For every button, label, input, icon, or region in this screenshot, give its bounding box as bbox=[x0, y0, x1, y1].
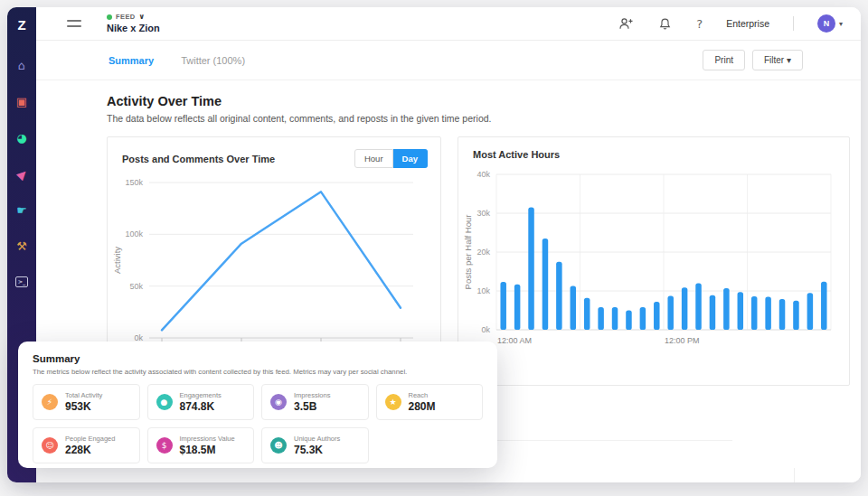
page-subtitle: The data below reflects all original con… bbox=[107, 113, 850, 124]
toggle-hour[interactable]: Hour bbox=[354, 149, 393, 168]
summary-subtitle: The metrics below reflect the activity a… bbox=[33, 368, 483, 376]
pie-chart-icon: ◕ bbox=[16, 132, 26, 144]
filter-button[interactable]: Filter ▾ bbox=[752, 50, 803, 70]
metric-value: $18.5M bbox=[180, 444, 235, 456]
megaphone-icon: ★ bbox=[385, 394, 401, 410]
tools-icon: ⚒ bbox=[16, 240, 27, 252]
print-button[interactable]: Print bbox=[703, 50, 745, 70]
svg-text:10k: 10k bbox=[476, 286, 490, 295]
avatar[interactable]: N bbox=[817, 14, 835, 33]
hidden-section-edge bbox=[470, 440, 732, 441]
summary-title: Summary bbox=[33, 353, 483, 364]
metric-grid: ⚡Total Activity953K●Engagements874.8K◉Im… bbox=[33, 384, 483, 463]
app-window: Z ⌂▣◕▶☛⚒>_ FEED ∨ Nike x Zion ? bbox=[7, 7, 861, 482]
metric-card: ◉Impressions3.5B bbox=[261, 384, 369, 420]
chevron-down-icon: ∨ bbox=[139, 14, 146, 22]
sidebar-nav: ⌂▣◕▶☛⚒>_ bbox=[7, 47, 36, 300]
tab-summary[interactable]: Summary bbox=[108, 55, 154, 66]
svg-text:12:00 AM: 12:00 AM bbox=[497, 336, 532, 345]
feed-label: FEED bbox=[116, 14, 136, 21]
hand-icon: ☛ bbox=[16, 204, 27, 216]
sidebar-item-media[interactable]: ▣ bbox=[7, 83, 36, 119]
page-title: Activity Over Time bbox=[107, 94, 850, 108]
feed-status-dot bbox=[107, 14, 112, 20]
tab-twitter-100[interactable]: Twitter (100%) bbox=[181, 55, 245, 66]
top-bar: FEED ∨ Nike x Zion ? Enterprise N ▾ bbox=[36, 7, 861, 41]
metric-value: 280M bbox=[409, 400, 436, 413]
tabs: SummaryTwitter (100%) bbox=[108, 55, 245, 66]
summary-panel: Summary The metrics below reflect the ac… bbox=[18, 342, 497, 468]
menu-icon[interactable] bbox=[67, 16, 81, 31]
svg-text:30k: 30k bbox=[476, 209, 490, 218]
divider bbox=[793, 16, 794, 31]
metric-value: 228K bbox=[65, 444, 115, 456]
svg-text:12:00 PM: 12:00 PM bbox=[665, 336, 700, 345]
sidebar-item-analytics[interactable]: ◕ bbox=[7, 119, 36, 155]
metric-value: 75.3K bbox=[294, 444, 340, 456]
metric-card: ☻Unique Authors75.3K bbox=[261, 427, 369, 463]
tab-toolbar: SummaryTwitter (100%) Print Filter ▾ bbox=[36, 41, 861, 80]
metric-card: ★Reach280M bbox=[376, 384, 484, 420]
metric-label: Engagements bbox=[180, 391, 222, 399]
svg-text:50k: 50k bbox=[129, 282, 143, 291]
sidebar-item-home[interactable]: ⌂ bbox=[7, 47, 36, 83]
svg-text:150k: 150k bbox=[125, 178, 143, 187]
media-icon: ▣ bbox=[16, 96, 27, 108]
toggle-day[interactable]: Day bbox=[393, 149, 428, 168]
metric-value: 3.5B bbox=[294, 400, 330, 413]
most-active-hours-card: Most Active Hours 0k10k20k30k40k12:00 AM… bbox=[458, 136, 850, 386]
svg-text:20k: 20k bbox=[476, 248, 490, 257]
person-icon: ☻ bbox=[270, 437, 287, 454]
feed-name: Nike x Zion bbox=[107, 23, 160, 33]
metric-label: Unique Authors bbox=[294, 435, 340, 443]
chevron-down-icon: ▾ bbox=[839, 20, 843, 28]
hour-day-toggle: HourDay bbox=[354, 149, 428, 168]
sidebar-item-publish[interactable]: ▶ bbox=[7, 155, 36, 192]
app-logo[interactable]: Z bbox=[7, 7, 36, 42]
chart-title: Most Active Hours bbox=[473, 149, 560, 160]
line-chart: 0k50k100k150kFeb 19Feb 20Feb 21Feb 22Act… bbox=[108, 170, 440, 369]
enterprise-link[interactable]: Enterprise bbox=[726, 18, 769, 29]
notifications-bell-icon[interactable] bbox=[657, 16, 673, 32]
user-menu[interactable]: N ▾ bbox=[817, 14, 843, 33]
sidebar-item-tools[interactable]: ⚒ bbox=[7, 228, 36, 264]
bar-chart: 0k10k20k30k40k12:00 AM12:00 PMPosts per … bbox=[458, 162, 849, 360]
metric-label: People Engaged bbox=[65, 435, 115, 443]
svg-text:0k: 0k bbox=[481, 325, 490, 334]
chat-icon: ● bbox=[156, 394, 173, 410]
help-icon[interactable]: ? bbox=[696, 17, 703, 31]
content: Activity Over Time The data below reflec… bbox=[36, 80, 861, 386]
dollar-icon: $ bbox=[156, 437, 173, 454]
svg-text:Activity: Activity bbox=[112, 247, 122, 274]
metric-label: Impressions Value bbox=[180, 435, 235, 443]
sidebar-item-terminal[interactable]: >_ bbox=[7, 264, 36, 300]
sidebar-item-engage[interactable]: ☛ bbox=[7, 192, 36, 228]
metric-card: $Impressions Value$18.5M bbox=[147, 427, 255, 463]
metric-label: Reach bbox=[409, 391, 436, 399]
add-user-icon[interactable] bbox=[618, 15, 634, 32]
home-icon: ⌂ bbox=[18, 60, 25, 71]
metric-value: 953K bbox=[65, 400, 102, 413]
feed-selector[interactable]: FEED ∨ Nike x Zion bbox=[107, 14, 160, 33]
svg-text:100k: 100k bbox=[125, 229, 143, 239]
svg-text:Posts per Half Hour: Posts per Half Hour bbox=[463, 215, 473, 290]
metric-card: ⚡Total Activity953K bbox=[33, 384, 140, 420]
eye-icon: ◉ bbox=[270, 394, 287, 410]
metric-label: Total Activity bbox=[65, 391, 102, 399]
hidden-section-edge bbox=[794, 468, 795, 482]
metric-value: 874.8K bbox=[180, 400, 222, 413]
svg-text:40k: 40k bbox=[476, 170, 490, 179]
paper-plane-icon: ▶ bbox=[14, 166, 29, 181]
chart-title: Posts and Comments Over Time bbox=[122, 154, 275, 164]
metric-label: Impressions bbox=[294, 391, 330, 399]
people-icon: ☺ bbox=[42, 437, 58, 454]
metric-card: ●Engagements874.8K bbox=[147, 384, 255, 420]
terminal-icon: >_ bbox=[15, 276, 29, 287]
metric-card: ☺People Engaged228K bbox=[33, 427, 140, 463]
bolt-icon: ⚡ bbox=[42, 394, 58, 410]
